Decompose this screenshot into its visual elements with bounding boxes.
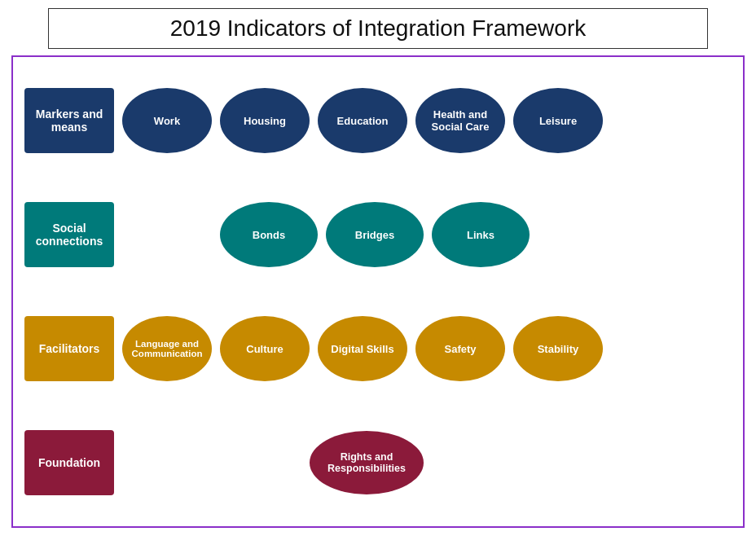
oval-housing: Housing (220, 88, 310, 153)
row-markers: Markers and means Work Housing Education… (24, 67, 732, 174)
label-foundation: Foundation (24, 430, 114, 495)
oval-language: Language and Communication (122, 316, 212, 381)
ovals-facilitators: Language and Communication Culture Digit… (122, 316, 732, 381)
oval-bonds: Bonds (220, 202, 318, 267)
row-facilitators: Facilitators Language and Communication … (24, 295, 732, 402)
oval-leisure: Leisure (513, 88, 603, 153)
oval-digital-skills: Digital Skills (318, 316, 407, 381)
oval-health-social-care: Health and Social Care (415, 88, 505, 153)
label-facilitators: Facilitators (24, 316, 114, 381)
label-social: Social connections (24, 202, 114, 267)
page-container: 2019 Indicators of Integration Framework… (0, 0, 756, 536)
ovals-social: Bonds Bridges Links (122, 202, 732, 267)
ovals-foundation: Rights and Responsibilities (122, 431, 732, 494)
oval-bridges: Bridges (326, 202, 424, 267)
label-markers: Markers and means (24, 88, 114, 153)
row-social: Social connections Bonds Bridges Links (24, 181, 732, 288)
oval-safety: Safety (415, 316, 505, 381)
oval-education: Education (318, 88, 407, 153)
page-title: 2019 Indicators of Integration Framework (65, 15, 691, 42)
oval-work: Work (122, 88, 212, 153)
row-foundation: Foundation Rights and Responsibilities (24, 409, 732, 516)
framework-box: Markers and means Work Housing Education… (11, 55, 745, 528)
title-box: 2019 Indicators of Integration Framework (48, 8, 708, 49)
ovals-markers: Work Housing Education Health and Social… (122, 88, 732, 153)
oval-links: Links (432, 202, 530, 267)
oval-culture: Culture (220, 316, 310, 381)
oval-rights-responsibilities: Rights and Responsibilities (310, 431, 424, 494)
oval-stability: Stability (513, 316, 603, 381)
